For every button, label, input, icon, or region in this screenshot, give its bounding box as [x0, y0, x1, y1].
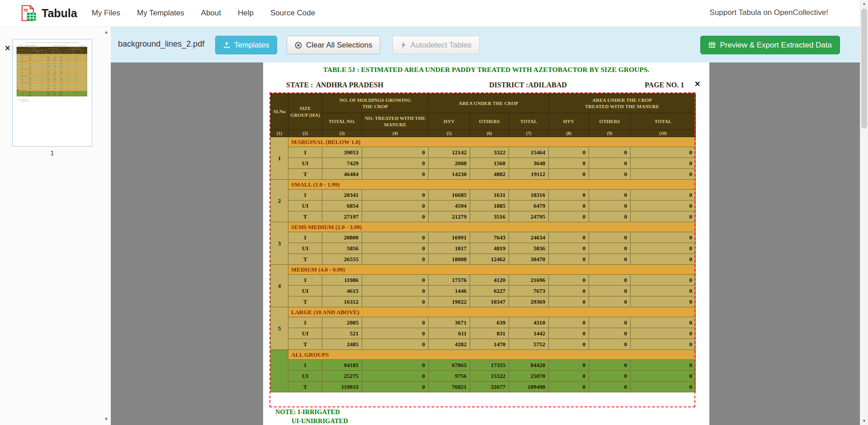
autodetect-button-label: Autodetect Tables: [410, 41, 472, 50]
value-cell: 1560: [470, 158, 509, 169]
value-cell: 0: [631, 317, 696, 328]
value-cell: 0: [549, 360, 589, 371]
export-button-label: Preview & Export Extracted Data: [720, 41, 832, 50]
value-cell: 0: [549, 382, 589, 392]
value-cell: 24634: [509, 232, 549, 243]
value-cell: 0: [362, 190, 429, 201]
nav-item-help[interactable]: Help: [238, 9, 254, 18]
col-header-slno: SLNo: [271, 94, 288, 130]
nav-item-about[interactable]: About: [201, 9, 221, 18]
value-cell: 0: [549, 211, 589, 222]
col-number: (4): [362, 130, 429, 137]
scrollbar-thumb[interactable]: [861, 9, 867, 129]
value-cell: 4882: [470, 169, 509, 180]
doc-note-line2: UI-UNIRRIGATED: [292, 417, 348, 425]
value-cell: 0: [589, 254, 631, 265]
value-cell: 0: [549, 286, 589, 296]
scroll-down-icon[interactable]: ▼: [860, 417, 868, 425]
table-group-band-row: 5LARGE (10 AND ABOVE): [271, 307, 696, 317]
sidebar-scroll-down-icon[interactable]: ▼: [103, 416, 109, 421]
value-cell: 119033: [322, 382, 362, 392]
scroll-up-icon[interactable]: ▲: [860, 0, 868, 8]
row-label-cell: T: [288, 169, 322, 180]
autodetect-tables-button[interactable]: Autodetect Tables: [392, 36, 480, 54]
value-cell: 0: [362, 328, 429, 339]
table-data-row: I941850670651735584420000: [271, 360, 696, 371]
value-cell: 109498: [509, 382, 549, 392]
remove-page-button[interactable]: ✕: [5, 44, 10, 53]
table-group-band-row: 4MEDIUM (4.0 - 9.99): [271, 265, 696, 275]
slno-cell: 1: [271, 137, 288, 180]
templates-button-label: Templates: [234, 41, 269, 50]
value-cell: 0: [589, 360, 631, 371]
value-cell: 0: [362, 275, 429, 286]
preview-export-button[interactable]: Preview & Export Extracted Data: [700, 36, 840, 54]
brand-title: Tabula: [42, 7, 77, 20]
value-cell: 94185: [322, 360, 362, 371]
page-thumbnail-number: 1: [12, 149, 92, 157]
table-group-band-row: 2SMALL (1.0 - 1.99): [271, 180, 696, 190]
page-thumbnail[interactable]: TABLE 5J : ESTIMATED AREA UNDER PADDY TR…: [12, 39, 92, 147]
table-data-row: UI52106118311442000: [271, 328, 696, 339]
value-cell: 39053: [322, 147, 362, 158]
value-cell: 9756: [429, 371, 470, 382]
value-cell: 0: [549, 254, 589, 265]
toolbar: background_lines_2.pdf Templates Clear A…: [111, 27, 860, 62]
value-cell: 0: [631, 275, 696, 286]
table-wrap: SLNo SIZE GROUP (HA) NO. OF HOLDINGS GRO…: [270, 93, 696, 392]
state-label: STATE :: [286, 81, 313, 89]
row-label-cell: I: [288, 275, 322, 286]
value-cell: 2088: [429, 158, 470, 169]
value-cell: 24795: [509, 211, 549, 222]
value-cell: 12142: [429, 147, 470, 158]
value-cell: 25078: [509, 371, 549, 382]
table-data-row: UI68540459418856479000: [271, 201, 696, 211]
nav-item-source-code[interactable]: Source Code: [270, 9, 315, 18]
value-cell: 17355: [470, 360, 509, 371]
table-data-row: T11903307682132677109498000: [271, 382, 696, 392]
preview-area[interactable]: TABLE 5J : ESTIMATED AREA UNDER PADDY TR…: [111, 62, 860, 425]
row-label-cell: I: [288, 190, 322, 201]
value-cell: 0: [631, 147, 696, 158]
row-label-cell: T: [288, 211, 322, 222]
pdf-page-inner: TABLE 5J : ESTIMATED AREA UNDER PADDY TR…: [263, 62, 709, 425]
row-label-cell: UI: [288, 328, 322, 339]
value-cell: 19112: [509, 169, 549, 180]
group-band-cell: LARGE (10 AND ABOVE): [288, 307, 696, 317]
sidebar-scroll-up-icon[interactable]: ▲: [103, 29, 109, 34]
templates-button[interactable]: Templates: [215, 36, 277, 54]
row-label-cell: T: [288, 296, 322, 307]
table-data-row: T265550180081246230470000: [271, 254, 696, 265]
value-cell: 0: [589, 328, 631, 339]
value-cell: 0: [362, 360, 429, 371]
table-group-band-row: 3SEMI-MEDIUM (2.0 - 3.99): [271, 222, 696, 232]
clear-selections-icon: [295, 42, 302, 49]
value-cell: 5752: [509, 339, 549, 350]
value-cell: 15464: [509, 147, 549, 158]
table-group-band-row: 1MARGINAL (BELOW 1.0): [271, 137, 696, 147]
table-data-row: I39053012142332215464000: [271, 147, 696, 158]
pdf-page[interactable]: TABLE 5J : ESTIMATED AREA UNDER PADDY TR…: [263, 62, 709, 425]
value-cell: 4282: [429, 339, 470, 350]
doc-page-label: PAGE NO. 1: [645, 81, 684, 89]
value-cell: 0: [631, 339, 696, 350]
page-thumbnail-sidebar: ✕ TABLE 5J : ESTIMATED AREA UNDER PADDY …: [0, 27, 111, 425]
vertical-scrollbar[interactable]: ▲ ▼: [860, 0, 868, 425]
value-cell: 0: [549, 317, 589, 328]
clear-all-selections-button[interactable]: Clear All Selections: [287, 36, 380, 54]
col-number: (2): [288, 130, 322, 137]
selection-close-button[interactable]: ✕: [694, 80, 700, 88]
value-cell: 3322: [470, 147, 509, 158]
value-cell: 0: [589, 371, 631, 382]
header-row-colnumbers: (1) (2) (3) (4) (5) (6) (7) (8) (9) (10): [271, 130, 696, 137]
value-cell: 0: [362, 243, 429, 254]
support-link[interactable]: Support Tabula on OpenCollective!: [710, 8, 828, 17]
subheader-hyv: HYV: [429, 113, 470, 130]
nav-item-my-templates[interactable]: My Templates: [137, 9, 184, 18]
value-cell: 611: [429, 328, 470, 339]
group-band-cell: MEDIUM (4.0 - 9.99): [288, 265, 696, 275]
value-cell: 25275: [322, 371, 362, 382]
col-number: (8): [549, 130, 589, 137]
nav-item-my-files[interactable]: My Files: [92, 9, 120, 18]
value-cell: 0: [362, 382, 429, 392]
